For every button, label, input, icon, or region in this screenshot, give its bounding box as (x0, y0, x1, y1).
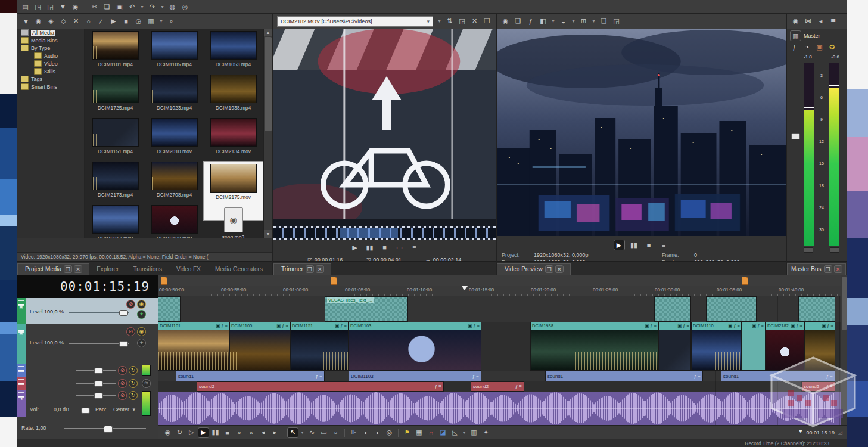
dock-icon[interactable]: ❐ (546, 266, 553, 272)
tree-item-tags[interactable]: Tags (17, 75, 84, 83)
clip-fx-icons[interactable]: ▣ ƒ ≡ (677, 322, 689, 330)
media-item-dcim2134.mov[interactable]: DCIM2134.mov (204, 118, 263, 162)
import-media-icon[interactable]: ▼ (21, 17, 31, 26)
close-icon[interactable]: ✕ (316, 266, 323, 272)
snap-button[interactable]: ⊪ (349, 428, 359, 437)
playhead-head[interactable] (462, 286, 468, 293)
tree-item-video[interactable]: Video (17, 60, 84, 67)
playhead[interactable] (465, 286, 465, 425)
tab-media-generators[interactable]: Media Generators (208, 264, 270, 275)
tab-explorer[interactable]: Explorer (89, 264, 126, 275)
properties-icon[interactable]: ◉ (70, 2, 80, 11)
media-item-dcim2917.mov[interactable]: DCIM2917.mov (86, 205, 145, 238)
tutorials-icon[interactable]: ◎ (180, 2, 190, 11)
audio-clip[interactable]: sound2ƒ ≡ (471, 381, 524, 392)
media-item-dcim2708.mp4[interactable]: DCIM2708.mp4 (145, 162, 204, 205)
timeline-end-time[interactable]: ⯆ 00:01:15:19 ◿ (798, 429, 842, 436)
insert-fx-icon[interactable]: ƒ (789, 42, 799, 52)
project-properties-icon[interactable]: ◉ (500, 17, 511, 26)
undo-drop-icon[interactable]: ▾ (139, 2, 145, 11)
list-button[interactable]: ▥ (469, 428, 479, 437)
sort-icon[interactable]: ▾ (437, 17, 442, 26)
track4-solo-button[interactable]: ↻ (129, 379, 138, 388)
audio-clip[interactable]: sound2ƒ ≡ (197, 381, 444, 392)
timeline-marker[interactable] (742, 277, 748, 285)
track5-knob[interactable] (94, 393, 103, 399)
title-clip[interactable] (798, 296, 835, 322)
track2-strip[interactable]: ▣ (17, 324, 26, 364)
tree-item-media-bins[interactable]: Media Bins (17, 36, 84, 44)
title-clip[interactable] (654, 296, 691, 322)
rate-knob[interactable] (104, 426, 113, 433)
track5-strip[interactable]: ◂ (17, 390, 26, 417)
scrollbar-thumb[interactable] (265, 37, 272, 131)
audio-track-2-lane[interactable]: sound2ƒ ≡sound2ƒ ≡sound2ƒ ≡ (158, 381, 841, 392)
go-to-end-button[interactable]: » (246, 428, 256, 437)
extract-audio-icon[interactable]: ◈ (46, 17, 56, 26)
record-bus-icon[interactable]: ◉ (791, 17, 801, 26)
clip-fx-icons[interactable]: ▣ ƒ ≡ (645, 322, 657, 330)
paste-icon[interactable]: ▣ (114, 2, 125, 11)
media-item-dcim1101.mp4[interactable]: DCIM1101.mp4 (86, 31, 145, 74)
save-trimmer-icon[interactable]: ◲ (457, 17, 467, 26)
pause-button[interactable]: ▮▮ (210, 428, 220, 437)
external-monitor-icon[interactable]: ❏ (513, 17, 523, 26)
track2-mute-button[interactable]: ⊘ (126, 327, 135, 336)
ripple-edit-button[interactable]: ◗ (372, 428, 382, 437)
media-item-dcim1725.mp4[interactable]: DCIM1725.mp4 (86, 74, 145, 118)
track3-mute-button[interactable]: ⊘ (118, 366, 127, 375)
track1-level-knob[interactable] (119, 310, 128, 316)
media-item-dcim2010.mov[interactable]: DCIM2010.mov (145, 118, 204, 162)
zoom-tool-button[interactable]: ⌕ (331, 428, 341, 437)
save-icon[interactable]: ◲ (45, 2, 55, 11)
remove-media-icon[interactable]: ✕ (71, 17, 81, 26)
master-fader-track[interactable] (795, 64, 795, 243)
tab-video-fx[interactable]: Video FX (169, 264, 208, 275)
trim-button[interactable]: ◺ (450, 428, 460, 437)
audio-clip[interactable]: sound1ƒ ≡ (176, 371, 325, 381)
scroll-down-icon[interactable]: ▼ (264, 230, 272, 238)
redo-drop-icon[interactable]: ▾ (160, 2, 165, 11)
media-properties-icon[interactable]: ○ (83, 17, 94, 26)
audio-clip[interactable]: sound2ƒ ≡ (801, 381, 835, 392)
track-header-audio-2[interactable]: ⊘ ↻ ≋ (17, 377, 158, 390)
selection-tool-button[interactable]: ▭ (319, 428, 329, 437)
media-scrollbar[interactable]: ▲ ▼ (263, 29, 272, 238)
media-bin-icon[interactable]: ◶ (133, 17, 144, 26)
media-item-dcim1105.mp4[interactable]: DCIM1105.mp4 (145, 31, 204, 74)
timeline-marker[interactable] (331, 277, 337, 285)
pause-button[interactable]: ▮▮ (629, 240, 639, 250)
play-from-start-button[interactable]: ▷ (186, 428, 197, 437)
copy-icon[interactable]: ❏ (102, 2, 112, 11)
tool-drop-button[interactable]: ▾ (300, 428, 305, 437)
quality-drop-icon[interactable]: ▾ (571, 17, 576, 26)
save-snapshot-icon[interactable]: ◲ (611, 17, 621, 26)
tree-item-smart-bins[interactable]: Smart Bins (17, 83, 84, 91)
preview-media-icon[interactable]: ▶ (108, 17, 119, 26)
downmix-icon[interactable]: ⋈ (803, 17, 813, 26)
track1-mute-button[interactable]: ⊘ (126, 300, 135, 309)
clip-fx-icons[interactable]: ƒ ≡ (472, 374, 479, 379)
get-photo-icon[interactable]: ◇ (58, 17, 69, 26)
timeline-scrollbar[interactable] (841, 275, 847, 425)
tree-item-by-type[interactable]: By Type (17, 44, 84, 52)
tab-transitions[interactable]: Transitions (126, 264, 169, 275)
track4-mute-button[interactable]: ⊘ (118, 379, 127, 388)
video-clip[interactable]: DCIM1101▣ ƒ ≡ (158, 322, 229, 371)
track3-vol-knob[interactable] (94, 368, 103, 374)
clip-fx-icons[interactable]: ▣ ƒ ≡ (791, 322, 802, 330)
clip-fx-icons[interactable]: ƒ ≡ (316, 374, 322, 379)
track4-vol-knob[interactable] (94, 381, 103, 387)
mixer-button[interactable]: ✦ (481, 428, 491, 437)
trim-drop-button[interactable]: ▾ (462, 428, 467, 437)
track-header-audio-3[interactable]: ◂ ⊘ ↻ Vol: 0,0 dB Pan: Center ▾ (17, 390, 158, 418)
region-tool-button[interactable]: ▦ (414, 428, 424, 437)
clip-fx-icons[interactable]: ▣ ƒ ≡ (468, 322, 480, 330)
search-icon[interactable]: ⌕ (166, 17, 176, 26)
title-clip[interactable]: VEGAS Titles_Text_... (325, 296, 408, 322)
menu-button[interactable]: ≡ (659, 240, 669, 250)
go-to-start-button[interactable]: « (234, 428, 244, 437)
redo-icon[interactable]: ↷ (147, 2, 157, 11)
capture-video-icon[interactable]: ◉ (33, 17, 43, 26)
clip-indicator-right[interactable] (830, 247, 839, 253)
